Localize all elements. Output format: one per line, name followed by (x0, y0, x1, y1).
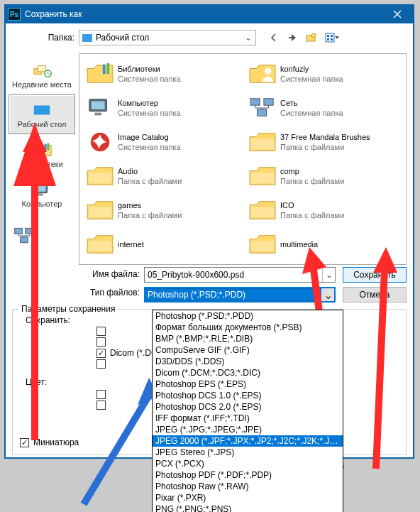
file-name: Компьютер (118, 98, 181, 108)
svg-rect-24 (92, 102, 105, 109)
filetype-value: Photoshop (*.PSD;*.PDD) (145, 289, 321, 300)
file-item[interactable]: ICOПапка с файлами (243, 193, 404, 227)
folder-label: Папка: (12, 33, 79, 43)
filetype-dropdown-list[interactable]: Photoshop (*.PSD;*.PDD)Формат больших до… (152, 310, 343, 512)
place-computer[interactable]: Компьютер (9, 174, 75, 214)
filetype-option[interactable]: Photoshop DCS 2.0 (*.EPS) (153, 401, 343, 413)
filetype-option[interactable]: JPEG Stereo (*.JPS) (153, 447, 343, 458)
file-icon (84, 229, 116, 260)
file-name: ICO (280, 200, 344, 210)
svg-rect-5 (327, 38, 329, 40)
filetype-option[interactable]: PCX (*.PCX) (153, 458, 343, 469)
checkbox-icon (96, 337, 106, 347)
view-button[interactable] (321, 30, 344, 45)
filetype-option[interactable]: Dicom (*.DCM;*.DC3;*.DIC) (153, 367, 343, 378)
filetype-option[interactable]: CompuServe GIF (*.GIF) (153, 344, 343, 356)
place-recent[interactable]: Недавние места (9, 55, 75, 94)
file-icon (84, 195, 116, 226)
svg-rect-17 (15, 228, 23, 234)
titlebar[interactable]: Ps Сохранить как (5, 5, 414, 23)
dialog-title: Сохранить как (25, 9, 381, 19)
svg-rect-12 (45, 144, 47, 151)
thumbnail-checkbox[interactable]: Миниатюра (20, 437, 79, 447)
place-libraries[interactable]: Библиотеки (9, 134, 75, 174)
back-button[interactable] (266, 30, 282, 45)
filetype-option[interactable]: JPEG 2000 (*.JPF;*.JPX;*.JP2;*.J2C;*.J2K… (153, 435, 343, 447)
chevron-down-icon[interactable]: ⌄ (321, 288, 334, 301)
file-item[interactable]: 37 Free Mandala BrushesПапка с файлами (243, 125, 404, 159)
filetype-select[interactable]: Photoshop (*.PSD;*.PDD) ⌄ (144, 287, 336, 303)
new-folder-button[interactable] (303, 30, 319, 45)
filename-label: Имя файла: (5, 269, 140, 279)
filetype-option[interactable]: Photoshop EPS (*.EPS) (153, 378, 343, 390)
svg-rect-4 (331, 35, 333, 37)
svg-point-1 (311, 33, 316, 38)
file-item[interactable]: internet (81, 227, 242, 261)
file-name: Audio (118, 166, 182, 176)
svg-rect-2 (326, 33, 334, 42)
svg-rect-35 (89, 241, 111, 251)
place-desktop[interactable]: Рабочий стол (9, 94, 75, 134)
file-icon (84, 58, 116, 89)
chevron-down-icon: ⌄ (243, 33, 254, 43)
filetype-option[interactable]: Photoshop Raw (*.RAW) (153, 481, 343, 492)
file-icon (246, 229, 279, 260)
save-button[interactable]: Сохранить (343, 267, 407, 283)
places-bar: Недавние места Рабочий стол Библиотеки К… (5, 52, 79, 265)
svg-rect-34 (251, 207, 274, 217)
filetype-option[interactable]: IFF формат (*.IFF;*.TDI) (153, 413, 343, 424)
checkbox-checked-icon (96, 349, 106, 358)
file-item[interactable]: konfuziyСистемная папка (243, 57, 404, 91)
file-item[interactable]: compПапка с файлами (243, 159, 404, 193)
filetype-option[interactable]: Photoshop PDF (*.PDF;*.PDP) (153, 469, 343, 481)
save-parameters-group: Параметры сохранения Сохранить: Dicom (*… (12, 309, 407, 455)
svg-rect-15 (35, 185, 46, 191)
file-item[interactable]: AudioПапка с файлами (81, 159, 242, 193)
file-subtitle: Папка с файлами (118, 176, 182, 186)
filetype-option[interactable]: Формат больших документов (*.PSB) (153, 322, 343, 333)
close-button[interactable] (381, 5, 414, 23)
svg-rect-3 (327, 35, 329, 37)
filetype-option[interactable]: D3D/DDS (*.DDS) (153, 356, 343, 367)
file-subtitle: Папка с файлами (280, 210, 344, 220)
filetype-option[interactable]: Photoshop DCS 1.0 (*.EPS) (153, 390, 343, 401)
cancel-button[interactable]: Отмена (343, 287, 407, 303)
file-list[interactable]: БиблиотекиСистемная папкаkonfuziyСистемн… (79, 53, 407, 265)
filename-input[interactable]: 05_Pribytok-900x600.psd ⌄ (144, 267, 336, 283)
filetype-option[interactable]: Photoshop (*.PSD;*.PDD) (153, 310, 343, 322)
desktop-icon (82, 34, 92, 42)
svg-rect-25 (94, 113, 101, 116)
file-icon (84, 92, 116, 124)
network-icon (13, 227, 35, 245)
filename-value: 05_Pribytok-900x600.psd (148, 270, 332, 280)
checkbox-icon (96, 401, 106, 410)
place-network[interactable] (9, 218, 75, 254)
svg-rect-8 (38, 65, 45, 71)
filetype-option[interactable]: PNG (*.PNG;*.PNS) (153, 503, 343, 512)
filetype-row: Тип файлов: Photoshop (*.PSD;*.PDD) ⌄ От… (5, 285, 414, 305)
svg-rect-20 (103, 65, 106, 74)
svg-point-22 (265, 68, 271, 75)
folder-dropdown[interactable]: Рабочий стол ⌄ (79, 30, 256, 45)
file-item[interactable]: БиблиотекиСистемная папка (81, 57, 242, 91)
svg-rect-36 (251, 241, 274, 251)
filetype-option[interactable]: JPEG (*.JPG;*.JPEG;*.JPE) (153, 424, 343, 435)
chevron-down-icon[interactable]: ⌄ (322, 268, 335, 282)
file-name: Image Catalog (118, 132, 181, 142)
file-item[interactable]: gamesПапка с файлами (81, 193, 242, 227)
file-item[interactable]: СетьСистемная папка (243, 91, 404, 125)
file-subtitle: Папка с файлами (118, 210, 182, 220)
file-name: Сеть (280, 98, 343, 108)
filetype-label: Тип файлов: (5, 288, 140, 298)
filetype-option[interactable]: Pixar (*.PXR) (153, 492, 343, 503)
file-item[interactable]: Image CatalogСистемная папка (81, 125, 242, 159)
file-item[interactable]: КомпьютерСистемная папка (81, 91, 242, 125)
file-subtitle: Системная папка (280, 74, 343, 84)
svg-rect-18 (26, 228, 33, 234)
svg-rect-13 (48, 143, 50, 151)
file-subtitle: Папка с файлами (280, 142, 370, 152)
file-item[interactable]: multimedia (243, 227, 404, 261)
svg-rect-26 (250, 99, 260, 105)
up-button[interactable] (284, 30, 300, 45)
filetype-option[interactable]: BMP (*.BMP;*.RLE;*.DIB) (153, 333, 343, 344)
